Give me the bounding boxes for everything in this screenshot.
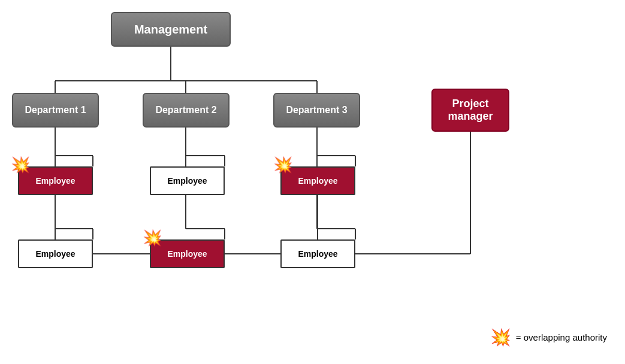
project-manager-node: Project manager [431, 89, 509, 132]
legend-text: = overlapping authority [516, 332, 607, 342]
dept3-node: Department 3 [273, 93, 360, 128]
org-chart: Management Department 1 Department 2 Dep… [0, 0, 625, 364]
legend: 💥 = overlapping authority [490, 327, 607, 347]
legend-starburst-icon: 💥 [490, 327, 511, 347]
dept3-employee2: Employee [280, 239, 355, 268]
management-node: Management [111, 12, 231, 47]
dept1-node: Department 1 [12, 93, 99, 128]
dept1-employee2: Employee [18, 239, 93, 268]
dept2-node: Department 2 [143, 93, 230, 128]
starburst-d1-emp1: 💥 [11, 157, 30, 172]
dept2-employee1: Employee [150, 166, 225, 195]
starburst-d3-emp1: 💥 [273, 157, 292, 172]
starburst-d2-emp2: 💥 [143, 230, 162, 245]
